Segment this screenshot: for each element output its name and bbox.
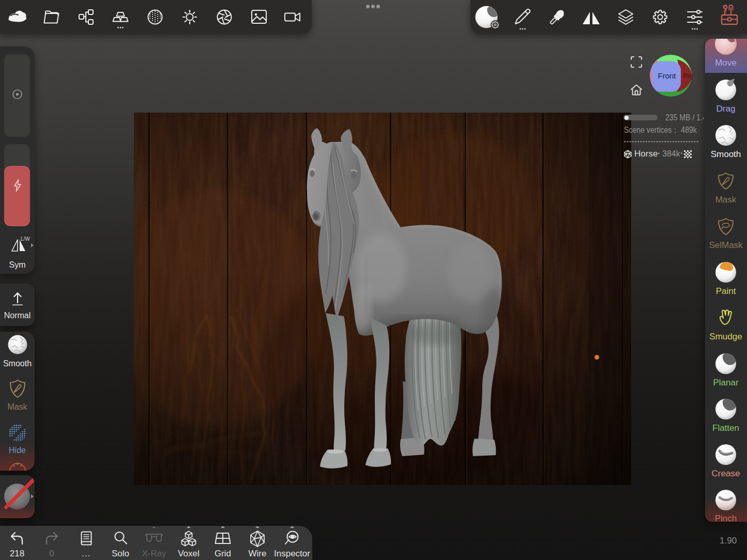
svg-text:Planar: Planar — [713, 378, 738, 387]
svg-text:Move: Move — [715, 58, 737, 68]
svg-text:Drag: Drag — [716, 104, 736, 114]
svg-text:Smooth: Smooth — [711, 149, 741, 159]
svg-text:Paint: Paint — [716, 286, 736, 296]
svg-text:Rig: Rig — [683, 72, 692, 80]
svg-text:Front: Front — [658, 71, 676, 80]
svg-text:Flatten: Flatten — [712, 423, 739, 433]
svg-text:Smudge: Smudge — [709, 332, 742, 341]
svg-text:Crease: Crease — [712, 469, 740, 478]
svg-text:SelMask: SelMask — [709, 240, 743, 250]
svg-text:Mask: Mask — [715, 195, 737, 205]
